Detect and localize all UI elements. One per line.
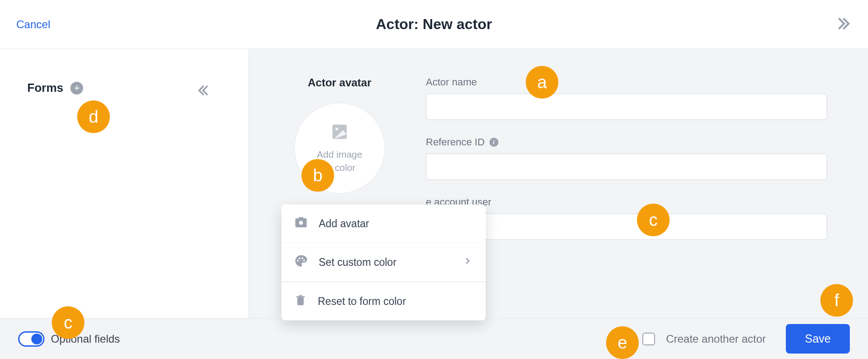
avatar-options-menu: Add avatar Set custom color Reset to for…: [281, 204, 486, 320]
avatar-placeholder-line1: Add image: [317, 149, 362, 160]
account-user-label: e account user: [426, 196, 827, 208]
annotation-c-duplicate: c: [52, 306, 84, 339]
menu-item-set-color[interactable]: Set custom color: [281, 243, 486, 282]
reference-id-label: Reference ID i: [426, 136, 827, 148]
menu-item-add-avatar-label: Add avatar: [319, 218, 369, 230]
account-user-field-group: e account user: [426, 196, 827, 240]
actor-name-label: Actor name: [426, 76, 827, 88]
info-icon[interactable]: i: [489, 138, 498, 147]
save-button[interactable]: Save: [786, 324, 850, 354]
create-another-checkbox[interactable]: [642, 333, 655, 345]
menu-item-reset-color[interactable]: Reset to form color: [281, 282, 486, 320]
toggle-knob: [31, 334, 42, 344]
svg-point-3: [297, 260, 299, 262]
collapse-sidebar-icon[interactable]: [197, 83, 212, 100]
create-another-label: Create another actor: [666, 333, 766, 345]
svg-point-4: [299, 258, 301, 259]
image-placeholder-icon: [330, 122, 349, 141]
reference-id-field-group: Reference ID i: [426, 136, 827, 180]
account-user-input[interactable]: [426, 214, 827, 240]
menu-item-reset-color-label: Reset to form color: [318, 295, 406, 308]
annotation-e: e: [606, 326, 639, 359]
actor-name-field-group: Actor name: [426, 76, 827, 120]
page-title: Actor: New actor: [376, 16, 492, 33]
chevron-right-icon: [462, 255, 473, 269]
annotation-a: a: [526, 66, 558, 99]
camera-icon: [294, 215, 308, 232]
annotation-f: f: [820, 284, 853, 317]
trash-icon: [294, 294, 307, 309]
svg-point-6: [303, 260, 305, 262]
annotation-d: d: [77, 100, 110, 133]
avatar-section-label: Actor avatar: [308, 76, 371, 89]
sidebar: Forms +: [0, 49, 249, 318]
footer-bar: Optional fields Create another actor Sav…: [0, 318, 868, 359]
menu-item-set-color-label: Set custom color: [319, 256, 396, 269]
svg-point-2: [299, 221, 303, 225]
reference-id-input[interactable]: [426, 154, 827, 180]
palette-icon: [294, 254, 308, 270]
menu-item-add-avatar[interactable]: Add avatar: [281, 204, 486, 243]
sidebar-title: Forms: [27, 81, 63, 95]
optional-fields-toggle[interactable]: [18, 331, 44, 347]
annotation-b: b: [301, 159, 334, 192]
expand-chevrons-icon[interactable]: [833, 15, 852, 35]
annotation-c: c: [637, 204, 670, 236]
header-bar: Cancel Actor: New actor: [0, 0, 868, 49]
actor-name-input[interactable]: [426, 94, 827, 120]
svg-point-1: [335, 127, 338, 130]
add-form-icon[interactable]: +: [70, 82, 83, 95]
cancel-link[interactable]: Cancel: [16, 18, 50, 31]
svg-point-5: [301, 258, 303, 259]
